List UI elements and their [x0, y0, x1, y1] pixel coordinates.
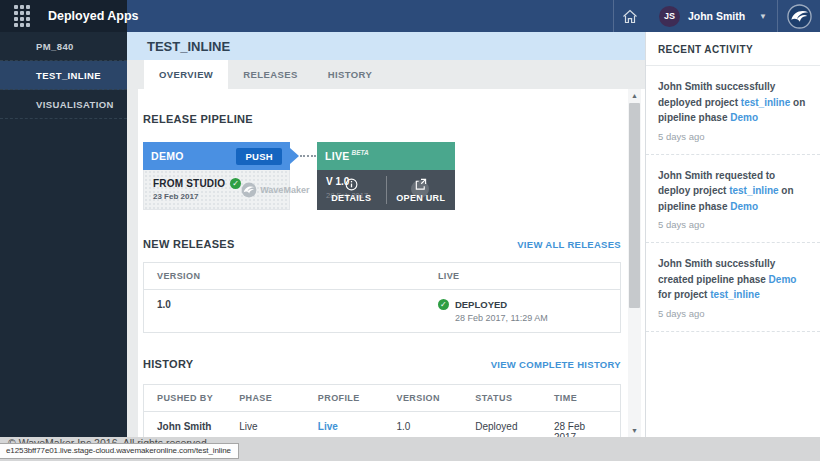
activity-time: 5 days ago	[658, 219, 808, 230]
deployed-time: 28 Feb 2017, 11:29 AM	[455, 313, 548, 323]
scrollbar-thumb[interactable]	[629, 103, 640, 308]
wavemaker-watermark: WaveMaker	[241, 182, 309, 198]
check-circle-icon: ✓	[438, 299, 449, 310]
phase-name-demo: DEMO	[151, 150, 184, 162]
section-title-history: HISTORY	[143, 358, 193, 370]
column-header-time: TIME	[541, 385, 621, 412]
history-time: 28 Feb 2017,	[541, 412, 621, 438]
tab-releases[interactable]: RELEASES	[228, 60, 312, 89]
activity-item: John Smith successfully created pipeline…	[646, 243, 820, 332]
view-all-releases-link[interactable]: VIEW ALL RELEASES	[517, 239, 621, 250]
history-version: 1.0	[384, 412, 463, 438]
view-complete-history-link[interactable]: VIEW COMPLETE HISTORY	[491, 359, 621, 370]
sidebar-item-pm-840[interactable]: PM_840	[0, 32, 127, 61]
section-title-release-pipeline: RELEASE PIPELINE	[143, 113, 253, 125]
releases-table: VERSION LIVE 1.0 ✓ DEPLOYED 28 Feb 2017	[143, 262, 621, 333]
wave-icon	[241, 182, 257, 198]
main-column: TEST_INLINE OVERVIEW RELEASES HISTORY RE…	[127, 32, 645, 437]
profile-live-link[interactable]: Live	[318, 421, 338, 432]
chevron-down-icon: ▼	[759, 12, 767, 21]
column-header-pushed-by: PUSHED BY	[144, 385, 227, 412]
vertical-scrollbar[interactable]: ▲ ▼	[628, 89, 641, 437]
activity-text-segment: for project	[658, 289, 710, 300]
tab-bar: OVERVIEW RELEASES HISTORY	[127, 60, 645, 89]
demo-phase-card: DEMO PUSH FROM STUDIO ✓ 23 Feb 2017	[143, 142, 290, 210]
column-header-live: LIVE	[425, 263, 621, 290]
phase-link[interactable]: Demo	[730, 201, 758, 212]
project-link[interactable]: test_inline	[741, 97, 790, 108]
deployed-status: ✓ DEPLOYED 28 Feb 2017, 11:29 AM	[438, 299, 607, 323]
page-title: TEST_INLINE	[127, 32, 645, 60]
status-url-tooltip: e1253bff77e01.live.stage-cloud.wavemaker…	[0, 443, 239, 459]
release-pipeline: DEMO PUSH FROM STUDIO ✓ 23 Feb 2017	[143, 142, 621, 210]
recent-activity-panel: RECENT ACTIVITY John Smith successfully …	[645, 32, 820, 437]
tab-overview[interactable]: OVERVIEW	[144, 60, 228, 89]
history-status: Deployed	[462, 412, 541, 438]
pipeline-arrow-icon	[290, 148, 299, 164]
top-bar: Deployed Apps JS John Smith ▼	[0, 0, 820, 32]
table-row: 1.0 ✓ DEPLOYED 28 Feb 2017, 11:29 AM	[144, 290, 621, 333]
phase-link[interactable]: Demo	[730, 112, 758, 123]
column-header-phase: PHASE	[226, 385, 305, 412]
activity-time: 5 days ago	[658, 308, 808, 319]
apps-grid-icon[interactable]	[14, 5, 30, 27]
brand-block: Deployed Apps	[0, 0, 127, 32]
release-version: 1.0	[144, 290, 425, 333]
watermark-label: WaveMaker	[260, 185, 309, 195]
home-icon	[622, 9, 638, 24]
check-circle-icon: ✓	[230, 178, 241, 189]
push-button[interactable]: PUSH	[236, 148, 282, 165]
project-link[interactable]: test_inline	[710, 289, 759, 300]
demo-deploy-date: 23 Feb 2017	[153, 192, 241, 201]
phase-name-live: LIVE	[325, 150, 350, 162]
activity-text: John Smith successfully created pipeline…	[658, 256, 808, 303]
avatar: JS	[659, 6, 680, 27]
footer: © WaveMaker Inc 2016. All rights reserve…	[0, 437, 820, 461]
open-url-icon	[414, 178, 427, 191]
column-header-profile: PROFILE	[305, 385, 384, 412]
from-studio-label: FROM STUDIO	[153, 178, 225, 189]
live-phase-card: LIVE BETA V 1.0 28 Feb 2017 DETAILS	[317, 142, 455, 210]
column-header-status: STATUS	[462, 385, 541, 412]
activity-time: 5 days ago	[658, 131, 808, 142]
phase-link[interactable]: Demo	[769, 274, 797, 285]
status-badge: DEPLOYED	[455, 299, 548, 310]
activity-text: John Smith successfully deployed project…	[658, 79, 808, 126]
table-row: John Smith Live Live 1.0 Deployed 28 Feb…	[144, 412, 621, 438]
history-phase: Live	[226, 412, 305, 438]
activity-heading: RECENT ACTIVITY	[646, 32, 820, 66]
activity-text: John Smith requested to deploy project t…	[658, 168, 808, 215]
user-name: John Smith	[688, 10, 745, 22]
sidebar: PM_840 TEST_INLINE VISUALISATION	[0, 32, 127, 437]
tab-history[interactable]: HISTORY	[313, 60, 388, 89]
activity-item: John Smith successfully deployed project…	[646, 66, 820, 155]
pipeline-connector	[300, 155, 316, 157]
column-header-version: VERSION	[144, 263, 425, 290]
history-table: PUSHED BY PHASE PROFILE VERSION STATUS T…	[143, 384, 621, 437]
info-icon	[345, 178, 358, 191]
sidebar-item-test-inline[interactable]: TEST_INLINE	[0, 61, 127, 90]
sidebar-item-visualisation[interactable]: VISUALISATION	[0, 90, 127, 119]
activity-text-segment: John Smith successfully created pipeline…	[658, 258, 775, 285]
beta-badge: BETA	[352, 149, 369, 156]
scroll-down-button[interactable]: ▼	[628, 424, 641, 437]
user-menu[interactable]: JS John Smith ▼	[647, 0, 777, 32]
activity-item: John Smith requested to deploy project t…	[646, 155, 820, 244]
project-link[interactable]: test_inline	[729, 185, 778, 196]
history-pushed-by: John Smith	[144, 412, 227, 438]
overview-content: RELEASE PIPELINE DEMO PUSH FROM STUDIO ✓…	[138, 89, 645, 437]
open-url-button[interactable]: OPEN URL	[387, 170, 456, 210]
app-title: Deployed Apps	[48, 9, 139, 23]
scroll-up-button[interactable]: ▲	[628, 89, 641, 102]
section-title-new-releases: NEW RELEASES	[143, 238, 235, 250]
wavemaker-logo-icon	[778, 0, 820, 32]
column-header-version: VERSION	[384, 385, 463, 412]
details-button[interactable]: DETAILS	[317, 170, 386, 210]
home-button[interactable]	[614, 0, 647, 32]
